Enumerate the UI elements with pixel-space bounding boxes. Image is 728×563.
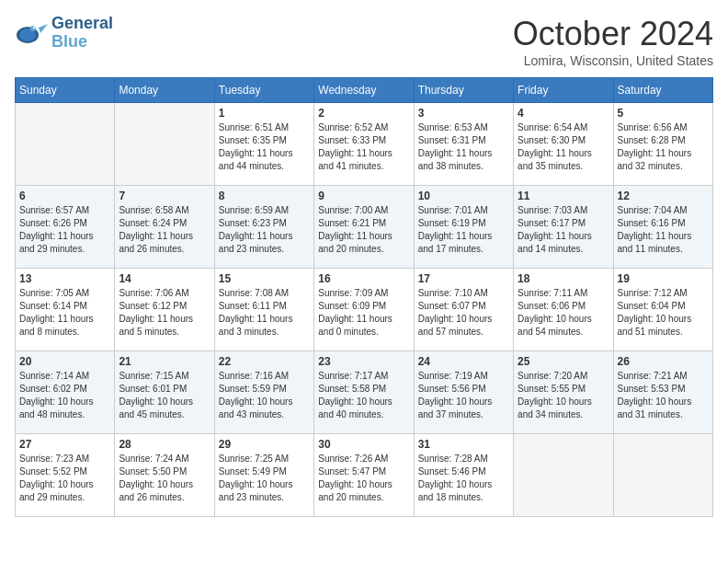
day-info: Sunrise: 6:53 AMSunset: 6:31 PMDaylight:…: [418, 121, 509, 173]
day-info: Sunrise: 7:00 AMSunset: 6:21 PMDaylight:…: [318, 204, 409, 256]
calendar-cell: 31Sunrise: 7:28 AMSunset: 5:46 PMDayligh…: [414, 434, 513, 517]
day-number: 27: [19, 438, 110, 451]
day-number: 24: [418, 355, 509, 368]
day-info: Sunrise: 6:51 AMSunset: 6:35 PMDaylight:…: [219, 121, 310, 173]
day-info: Sunrise: 7:25 AMSunset: 5:49 PMDaylight:…: [219, 453, 310, 504]
day-number: 20: [19, 355, 110, 368]
day-info: Sunrise: 7:20 AMSunset: 5:55 PMDaylight:…: [518, 370, 609, 421]
day-number: 29: [219, 438, 310, 451]
calendar-cell: 12Sunrise: 7:04 AMSunset: 6:16 PMDayligh…: [613, 186, 712, 269]
day-number: 5: [618, 107, 709, 120]
day-number: 4: [518, 107, 609, 120]
calendar-cell: 11Sunrise: 7:03 AMSunset: 6:17 PMDayligh…: [514, 186, 613, 269]
day-info: Sunrise: 7:03 AMSunset: 6:17 PMDaylight:…: [518, 204, 609, 256]
day-number: 1: [219, 107, 310, 120]
weekday-header-wednesday: Wednesday: [314, 78, 414, 103]
day-number: 3: [418, 107, 509, 120]
day-info: Sunrise: 7:11 AMSunset: 6:06 PMDaylight:…: [518, 287, 609, 339]
day-info: Sunrise: 7:14 AMSunset: 6:02 PMDaylight:…: [19, 370, 110, 421]
day-number: 9: [318, 190, 409, 202]
calendar-cell: [613, 434, 712, 517]
day-number: 11: [518, 190, 609, 202]
day-info: Sunrise: 7:15 AMSunset: 6:01 PMDaylight:…: [119, 370, 210, 421]
calendar-week-row: 13Sunrise: 7:05 AMSunset: 6:14 PMDayligh…: [16, 269, 713, 351]
weekday-header-friday: Friday: [514, 78, 613, 103]
calendar-cell: 15Sunrise: 7:08 AMSunset: 6:11 PMDayligh…: [214, 269, 313, 351]
calendar-cell: 9Sunrise: 7:00 AMSunset: 6:21 PMDaylight…: [314, 186, 414, 269]
day-info: Sunrise: 7:28 AMSunset: 5:46 PMDaylight:…: [418, 453, 509, 504]
calendar-cell: 30Sunrise: 7:26 AMSunset: 5:47 PMDayligh…: [314, 434, 414, 517]
weekday-header-monday: Monday: [115, 78, 214, 103]
location: Lomira, Wisconsin, United States: [513, 53, 713, 68]
day-info: Sunrise: 7:24 AMSunset: 5:50 PMDaylight:…: [119, 453, 210, 504]
day-info: Sunrise: 7:08 AMSunset: 6:11 PMDaylight:…: [219, 287, 310, 339]
calendar-cell: 25Sunrise: 7:20 AMSunset: 5:55 PMDayligh…: [514, 351, 613, 434]
day-info: Sunrise: 7:23 AMSunset: 5:52 PMDaylight:…: [19, 453, 110, 504]
logo: General Blue: [15, 15, 113, 52]
day-number: 13: [19, 272, 110, 285]
calendar-cell: 24Sunrise: 7:19 AMSunset: 5:56 PMDayligh…: [414, 351, 513, 434]
day-number: 15: [219, 272, 310, 285]
calendar-cell: 18Sunrise: 7:11 AMSunset: 6:06 PMDayligh…: [514, 269, 613, 351]
calendar-cell: 6Sunrise: 6:57 AMSunset: 6:26 PMDaylight…: [16, 186, 115, 269]
calendar-cell: 14Sunrise: 7:06 AMSunset: 6:12 PMDayligh…: [115, 269, 214, 351]
calendar-week-row: 6Sunrise: 6:57 AMSunset: 6:26 PMDaylight…: [16, 186, 713, 269]
day-number: 2: [318, 107, 409, 120]
calendar-cell: 13Sunrise: 7:05 AMSunset: 6:14 PMDayligh…: [16, 269, 115, 351]
day-info: Sunrise: 7:01 AMSunset: 6:19 PMDaylight:…: [418, 204, 509, 256]
day-number: 8: [219, 190, 310, 202]
day-info: Sunrise: 6:52 AMSunset: 6:33 PMDaylight:…: [318, 121, 409, 173]
svg-point-3: [30, 26, 36, 31]
calendar-cell: 19Sunrise: 7:12 AMSunset: 6:04 PMDayligh…: [613, 269, 712, 351]
calendar-cell: 2Sunrise: 6:52 AMSunset: 6:33 PMDaylight…: [314, 103, 414, 186]
day-info: Sunrise: 6:59 AMSunset: 6:23 PMDaylight:…: [219, 204, 310, 256]
day-info: Sunrise: 7:10 AMSunset: 6:07 PMDaylight:…: [418, 287, 509, 339]
calendar-cell: 20Sunrise: 7:14 AMSunset: 6:02 PMDayligh…: [16, 351, 115, 434]
day-info: Sunrise: 6:58 AMSunset: 6:24 PMDaylight:…: [119, 204, 210, 256]
calendar-cell: [16, 103, 115, 186]
calendar-cell: 8Sunrise: 6:59 AMSunset: 6:23 PMDaylight…: [214, 186, 313, 269]
logo-text-blue: Blue: [51, 33, 113, 52]
day-number: 26: [618, 355, 709, 368]
calendar-week-row: 27Sunrise: 7:23 AMSunset: 5:52 PMDayligh…: [16, 434, 713, 517]
calendar-cell: 7Sunrise: 6:58 AMSunset: 6:24 PMDaylight…: [115, 186, 214, 269]
calendar-cell: [115, 103, 214, 186]
logo-text-general: General: [51, 15, 113, 33]
day-info: Sunrise: 7:06 AMSunset: 6:12 PMDaylight:…: [119, 287, 210, 339]
weekday-header-sunday: Sunday: [16, 78, 115, 103]
calendar-cell: 10Sunrise: 7:01 AMSunset: 6:19 PMDayligh…: [414, 186, 513, 269]
calendar-cell: 5Sunrise: 6:56 AMSunset: 6:28 PMDaylight…: [613, 103, 712, 186]
day-number: 17: [418, 272, 509, 285]
title-block: October 2024 Lomira, Wisconsin, United S…: [513, 15, 713, 68]
weekday-header-tuesday: Tuesday: [214, 78, 313, 103]
weekday-header-saturday: Saturday: [613, 78, 712, 103]
day-number: 18: [518, 272, 609, 285]
day-info: Sunrise: 7:17 AMSunset: 5:58 PMDaylight:…: [318, 370, 409, 421]
day-number: 31: [418, 438, 509, 451]
day-info: Sunrise: 7:26 AMSunset: 5:47 PMDaylight:…: [318, 453, 409, 504]
calendar-cell: 22Sunrise: 7:16 AMSunset: 5:59 PMDayligh…: [214, 351, 313, 434]
page-header: General Blue October 2024 Lomira, Wiscon…: [15, 15, 713, 68]
day-number: 12: [618, 190, 709, 202]
day-number: 19: [618, 272, 709, 285]
day-info: Sunrise: 7:12 AMSunset: 6:04 PMDaylight:…: [618, 287, 709, 339]
svg-marker-2: [39, 24, 48, 33]
month-title: October 2024: [513, 15, 713, 53]
calendar-cell: 1Sunrise: 6:51 AMSunset: 6:35 PMDaylight…: [214, 103, 313, 186]
svg-point-4: [33, 27, 35, 29]
calendar-week-row: 1Sunrise: 6:51 AMSunset: 6:35 PMDaylight…: [16, 103, 713, 186]
day-number: 22: [219, 355, 310, 368]
calendar-cell: 3Sunrise: 6:53 AMSunset: 6:31 PMDaylight…: [414, 103, 513, 186]
calendar-cell: 21Sunrise: 7:15 AMSunset: 6:01 PMDayligh…: [115, 351, 214, 434]
calendar-cell: [514, 434, 613, 517]
calendar-cell: 17Sunrise: 7:10 AMSunset: 6:07 PMDayligh…: [414, 269, 513, 351]
weekday-header-thursday: Thursday: [414, 78, 513, 103]
calendar-table: SundayMondayTuesdayWednesdayThursdayFrid…: [15, 77, 713, 517]
calendar-cell: 29Sunrise: 7:25 AMSunset: 5:49 PMDayligh…: [214, 434, 313, 517]
day-number: 10: [418, 190, 509, 202]
day-info: Sunrise: 6:57 AMSunset: 6:26 PMDaylight:…: [19, 204, 110, 256]
calendar-week-row: 20Sunrise: 7:14 AMSunset: 6:02 PMDayligh…: [16, 351, 713, 434]
day-info: Sunrise: 7:04 AMSunset: 6:16 PMDaylight:…: [618, 204, 709, 256]
day-number: 14: [119, 272, 210, 285]
day-number: 25: [518, 355, 609, 368]
